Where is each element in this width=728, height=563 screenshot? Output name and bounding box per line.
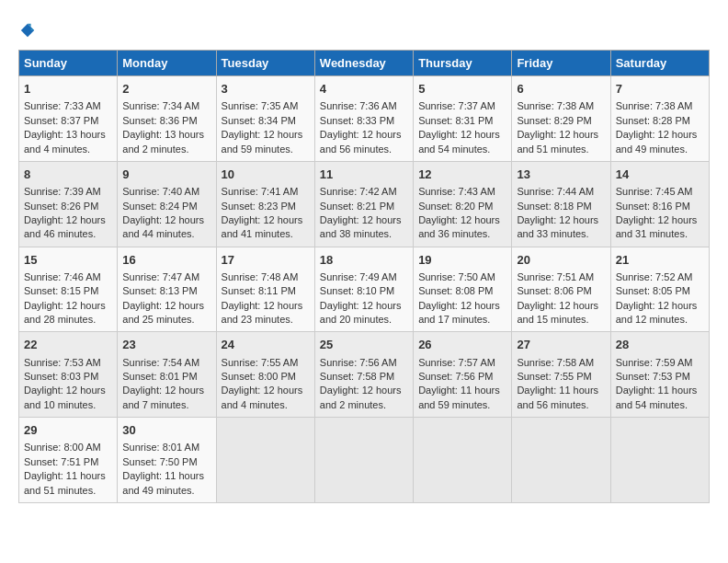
calendar-cell: 21Sunrise: 7:52 AMSunset: 8:05 PMDayligh… <box>610 247 709 332</box>
sunrise-text: Sunrise: 7:36 AM <box>320 100 397 111</box>
daylight-text: Daylight: 11 hours and 59 minutes. <box>418 385 500 409</box>
daylight-text: Daylight: 12 hours and 56 minutes. <box>320 129 402 154</box>
daylight-text: Daylight: 12 hours and 20 minutes. <box>320 300 402 325</box>
calendar-cell: 4Sunrise: 7:36 AMSunset: 8:33 PMDaylight… <box>314 76 413 162</box>
sunrise-text: Sunrise: 7:49 AM <box>320 271 397 282</box>
sunset-text: Sunset: 8:20 PM <box>418 201 493 212</box>
day-number: 2 <box>122 81 210 98</box>
sunrise-text: Sunrise: 7:47 AM <box>122 271 199 282</box>
calendar-cell: 25Sunrise: 7:56 AMSunset: 7:58 PMDayligh… <box>314 332 413 418</box>
sunset-text: Sunset: 8:18 PM <box>517 201 591 212</box>
calendar-cell: 10Sunrise: 7:41 AMSunset: 8:23 PMDayligh… <box>216 161 314 247</box>
calendar-cell: 30Sunrise: 8:01 AMSunset: 7:50 PMDayligh… <box>118 418 216 503</box>
sunrise-text: Sunrise: 7:52 AM <box>616 271 693 282</box>
calendar-cell <box>216 418 314 503</box>
day-number: 5 <box>418 81 506 98</box>
sunrise-text: Sunrise: 7:43 AM <box>418 186 495 197</box>
sunset-text: Sunset: 8:24 PM <box>122 201 197 212</box>
daylight-text: Daylight: 12 hours and 31 minutes. <box>616 214 698 239</box>
sunrise-text: Sunrise: 7:46 AM <box>24 271 101 282</box>
daylight-text: Daylight: 12 hours and 38 minutes. <box>320 214 402 239</box>
daylight-text: Daylight: 12 hours and 36 minutes. <box>418 214 500 239</box>
sunrise-text: Sunrise: 8:00 AM <box>24 442 101 453</box>
daylight-text: Daylight: 12 hours and 51 minutes. <box>517 129 598 154</box>
day-number: 17 <box>222 252 310 269</box>
sunset-text: Sunset: 7:56 PM <box>418 371 493 382</box>
daylight-text: Daylight: 13 hours and 4 minutes. <box>24 129 106 154</box>
calendar-cell: 1Sunrise: 7:33 AMSunset: 8:37 PMDaylight… <box>19 76 118 162</box>
day-number: 18 <box>320 252 408 269</box>
sunrise-text: Sunrise: 7:48 AM <box>222 271 299 282</box>
sunset-text: Sunset: 8:23 PM <box>222 201 296 212</box>
sunrise-text: Sunrise: 7:55 AM <box>222 357 299 368</box>
sunrise-text: Sunrise: 7:41 AM <box>222 186 299 197</box>
daylight-text: Daylight: 12 hours and 33 minutes. <box>517 214 598 239</box>
calendar-cell: 26Sunrise: 7:57 AMSunset: 7:56 PMDayligh… <box>414 332 512 418</box>
daylight-text: Daylight: 12 hours and 7 minutes. <box>122 385 204 409</box>
day-number: 6 <box>517 81 605 98</box>
weekday-header: Sunday <box>19 51 118 76</box>
day-number: 29 <box>24 422 112 439</box>
day-number: 7 <box>616 81 704 98</box>
daylight-text: Daylight: 12 hours and 2 minutes. <box>320 385 402 409</box>
day-number: 1 <box>24 81 112 98</box>
day-number: 3 <box>222 81 310 98</box>
sunrise-text: Sunrise: 7:38 AM <box>517 100 594 111</box>
sunset-text: Sunset: 8:15 PM <box>24 285 98 296</box>
sunset-text: Sunset: 8:16 PM <box>616 201 690 212</box>
day-number: 19 <box>418 252 506 269</box>
sunset-text: Sunset: 8:01 PM <box>122 371 197 382</box>
sunrise-text: Sunrise: 7:56 AM <box>320 357 397 368</box>
sunset-text: Sunset: 8:03 PM <box>24 371 98 382</box>
weekday-header: Thursday <box>414 51 512 76</box>
calendar-cell <box>414 418 512 503</box>
calendar-cell: 6Sunrise: 7:38 AMSunset: 8:29 PMDaylight… <box>512 76 610 162</box>
sunset-text: Sunset: 8:31 PM <box>418 115 493 126</box>
weekday-header: Wednesday <box>314 51 413 76</box>
sunset-text: Sunset: 8:33 PM <box>320 115 394 126</box>
sunset-text: Sunset: 7:55 PM <box>517 371 591 382</box>
sunset-text: Sunset: 8:00 PM <box>222 371 296 382</box>
sunset-text: Sunset: 8:21 PM <box>320 201 394 212</box>
weekday-header: Friday <box>512 51 610 76</box>
daylight-text: Daylight: 12 hours and 4 minutes. <box>222 385 303 409</box>
sunrise-text: Sunrise: 7:37 AM <box>418 100 495 111</box>
sunset-text: Sunset: 7:50 PM <box>122 456 197 467</box>
daylight-text: Daylight: 12 hours and 10 minutes. <box>24 385 106 409</box>
sunset-text: Sunset: 8:13 PM <box>122 285 197 296</box>
day-number: 23 <box>122 337 210 353</box>
calendar-cell: 9Sunrise: 7:40 AMSunset: 8:24 PMDaylight… <box>118 161 216 247</box>
sunset-text: Sunset: 8:08 PM <box>418 285 493 296</box>
daylight-text: Daylight: 12 hours and 46 minutes. <box>24 214 106 239</box>
weekday-header: Monday <box>118 51 216 76</box>
daylight-text: Daylight: 12 hours and 49 minutes. <box>616 129 698 154</box>
day-number: 4 <box>320 81 408 98</box>
calendar-cell: 28Sunrise: 7:59 AMSunset: 7:53 PMDayligh… <box>610 332 709 418</box>
sunrise-text: Sunrise: 7:42 AM <box>320 186 397 197</box>
daylight-text: Daylight: 12 hours and 41 minutes. <box>222 214 303 239</box>
sunrise-text: Sunrise: 7:50 AM <box>418 271 495 282</box>
sunset-text: Sunset: 8:05 PM <box>616 285 690 296</box>
calendar-cell: 16Sunrise: 7:47 AMSunset: 8:13 PMDayligh… <box>118 247 216 332</box>
sunset-text: Sunset: 8:06 PM <box>517 285 591 296</box>
day-number: 15 <box>24 252 112 269</box>
calendar-cell: 12Sunrise: 7:43 AMSunset: 8:20 PMDayligh… <box>414 161 512 247</box>
day-number: 21 <box>616 252 704 269</box>
calendar-cell: 2Sunrise: 7:34 AMSunset: 8:36 PMDaylight… <box>118 76 216 162</box>
calendar-cell <box>610 418 709 503</box>
daylight-text: Daylight: 12 hours and 17 minutes. <box>418 300 500 325</box>
daylight-text: Daylight: 12 hours and 23 minutes. <box>222 300 303 325</box>
calendar-cell <box>512 418 610 503</box>
daylight-text: Daylight: 11 hours and 49 minutes. <box>122 470 204 495</box>
calendar-cell: 17Sunrise: 7:48 AMSunset: 8:11 PMDayligh… <box>216 247 314 332</box>
day-number: 13 <box>517 167 605 183</box>
sunrise-text: Sunrise: 7:40 AM <box>122 186 199 197</box>
weekday-header: Saturday <box>610 51 709 76</box>
day-number: 14 <box>616 167 704 183</box>
sunset-text: Sunset: 7:58 PM <box>320 371 394 382</box>
day-number: 27 <box>517 337 605 353</box>
calendar-cell: 27Sunrise: 7:58 AMSunset: 7:55 PMDayligh… <box>512 332 610 418</box>
calendar-cell: 11Sunrise: 7:42 AMSunset: 8:21 PMDayligh… <box>314 161 413 247</box>
day-number: 10 <box>222 167 310 183</box>
calendar-cell: 8Sunrise: 7:39 AMSunset: 8:26 PMDaylight… <box>19 161 118 247</box>
